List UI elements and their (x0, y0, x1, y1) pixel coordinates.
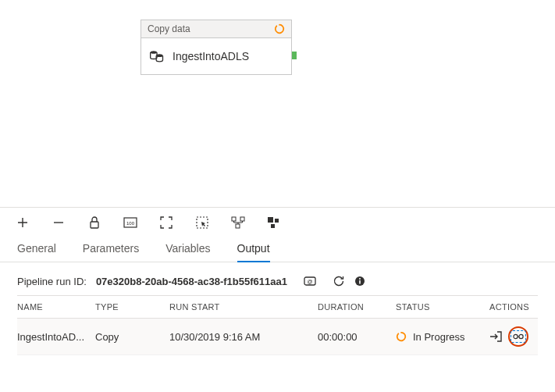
fit-screen-button[interactable] (159, 216, 173, 230)
cell-actions (489, 326, 548, 347)
tab-output[interactable]: Output (237, 242, 270, 262)
svg-rect-10 (275, 219, 279, 223)
details-action-highlight (508, 326, 528, 347)
minimap-button[interactable] (267, 216, 281, 230)
col-duration[interactable]: DURATION (318, 302, 396, 312)
zoom-in-button[interactable] (16, 216, 30, 230)
designer-canvas[interactable]: Copy data IngestIntoADLS (0, 0, 555, 207)
col-status[interactable]: STATUS (396, 302, 489, 312)
tab-parameters[interactable]: Parameters (83, 242, 139, 262)
input-action-button[interactable] (489, 331, 502, 342)
svg-rect-2 (91, 222, 98, 228)
details-action-button[interactable] (511, 330, 526, 343)
canvas-toolbar: 100 (0, 207, 555, 234)
cell-duration: 00:00:00 (318, 331, 396, 343)
run-id-label: Pipeline run ID: (17, 276, 87, 287)
cell-run-start: 10/30/2019 9:16 AM (169, 331, 318, 343)
svg-point-18 (519, 334, 523, 338)
table-row[interactable]: IngestIntoAD... Copy 10/30/2019 9:16 AM … (17, 319, 538, 355)
col-actions[interactable]: ACTIONS (489, 302, 548, 312)
zoom-out-button[interactable] (52, 216, 66, 230)
table-header: NAME TYPE RUN START DURATION STATUS ACTI… (17, 295, 538, 319)
database-copy-icon (149, 49, 165, 63)
svg-rect-9 (268, 217, 273, 223)
svg-point-0 (151, 51, 157, 54)
select-area-button[interactable] (195, 216, 209, 230)
zoom-reset-button[interactable]: 100 (123, 216, 137, 230)
col-name[interactable]: NAME (17, 302, 95, 312)
svg-point-17 (514, 334, 518, 338)
cell-status: In Progress (396, 331, 489, 343)
svg-point-16 (359, 278, 361, 280)
run-id-value: 07e320b8-20ab-4568-ac38-f1b55f611aa1 (96, 276, 287, 287)
tab-variables[interactable]: Variables (165, 242, 210, 262)
col-type[interactable]: TYPE (95, 302, 169, 312)
in-progress-icon (396, 331, 407, 342)
status-text: In Progress (413, 331, 464, 343)
svg-text:100: 100 (126, 221, 135, 226)
lock-button[interactable] (87, 216, 101, 230)
run-id-row: Pipeline run ID: 07e320b8-20ab-4568-ac38… (0, 262, 555, 295)
copy-run-id-button[interactable]: @ (303, 276, 317, 287)
in-progress-icon (274, 23, 285, 34)
svg-text:@: @ (307, 279, 312, 284)
cell-name: IngestIntoAD... (17, 331, 95, 343)
refresh-button[interactable] (333, 275, 345, 287)
activity-name: IngestIntoADLS (173, 50, 249, 62)
svg-rect-6 (232, 217, 236, 221)
col-run-start[interactable]: RUN START (169, 302, 318, 312)
output-table: NAME TYPE RUN START DURATION STATUS ACTI… (0, 295, 555, 363)
activity-header: Copy data (141, 20, 291, 38)
activity-node[interactable]: Copy data IngestIntoADLS (141, 20, 292, 75)
svg-rect-8 (236, 224, 240, 228)
svg-rect-11 (271, 224, 275, 228)
tab-general[interactable]: General (17, 242, 56, 262)
svg-rect-7 (240, 217, 244, 221)
details-tabs: General Parameters Variables Output (0, 234, 555, 262)
info-button[interactable] (354, 276, 365, 287)
svg-rect-15 (359, 280, 361, 284)
activity-type-label: Copy data (148, 23, 190, 34)
activity-body: IngestIntoADLS (141, 38, 291, 74)
cell-type: Copy (95, 331, 169, 343)
svg-point-1 (156, 54, 162, 57)
success-connector[interactable] (292, 52, 297, 59)
auto-align-button[interactable] (231, 216, 245, 230)
